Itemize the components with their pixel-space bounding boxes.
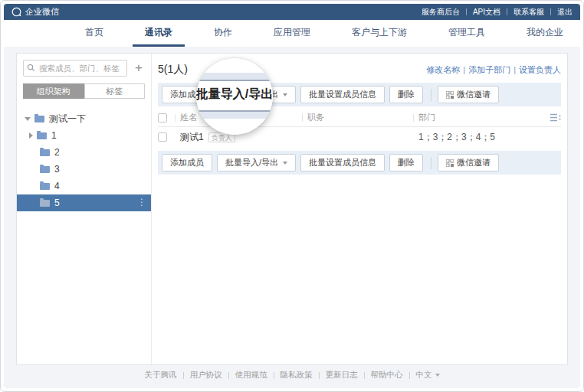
delete-button[interactable]: 删除 [389, 86, 423, 103]
footer: 关于腾讯 用户协议 使用规范 隐私政策 更新日志 帮助中心 中文 [4, 370, 580, 381]
caret-down-icon [435, 374, 440, 377]
folder-icon [37, 132, 47, 139]
main-nav: 首页 通讯录 协作 应用管理 客户与上下游 管理工具 我的企业 [4, 20, 580, 47]
divider [319, 372, 320, 379]
add-department-button[interactable]: + [133, 62, 145, 74]
org-tree: 测试一下 1 2 3 [17, 110, 151, 211]
select-all-checkbox[interactable] [158, 113, 167, 122]
link-contact-support[interactable]: 联系客服 [513, 7, 544, 18]
tree-label: 1 [51, 130, 57, 141]
tree-label: 3 [54, 164, 60, 175]
search-box [23, 60, 127, 77]
divider [409, 372, 410, 379]
set-owner-link[interactable]: 设置负责人 [519, 64, 561, 76]
footer-usage-rules[interactable]: 使用规范 [235, 370, 267, 381]
magnified-button-top-edge [196, 73, 273, 81]
footer-help-center[interactable]: 帮助中心 [371, 370, 403, 381]
footer-about-tencent[interactable]: 关于腾讯 [145, 370, 177, 381]
divider [228, 372, 229, 379]
tree-item-2[interactable]: 2 [17, 144, 151, 161]
qr-code-icon [446, 159, 454, 167]
tab-org-structure[interactable]: 组织架构 [23, 83, 84, 99]
divider [550, 8, 551, 15]
tree-item-root[interactable]: 测试一下 [17, 110, 151, 127]
search-input[interactable] [23, 60, 127, 77]
folder-icon [40, 183, 50, 190]
sidebar: + 组织架构 标签 测试一下 1 [17, 54, 152, 364]
tree-item-1[interactable]: 1 [17, 127, 151, 144]
member-name[interactable]: 测试1 [180, 131, 204, 144]
caret-down-icon [283, 93, 287, 96]
tree-label: 5 [54, 198, 60, 208]
nav-collaboration[interactable]: 协作 [202, 20, 244, 47]
nav-admin-tools[interactable]: 管理工具 [436, 20, 497, 47]
divider [466, 8, 467, 15]
nav-contacts[interactable]: 通讯录 [133, 20, 185, 47]
contacts-card: + 组织架构 标签 测试一下 1 [16, 53, 568, 365]
wework-logo-icon [11, 7, 21, 17]
footer-privacy-policy[interactable]: 隐私政策 [281, 370, 313, 381]
divider [274, 372, 274, 379]
more-icon[interactable]: ⋮ [137, 197, 146, 207]
topbar-links: 服务商后台 API文档 联系客服 退出 [422, 7, 573, 18]
nav-customers[interactable]: 客户与上下游 [340, 20, 419, 47]
topbar: 企业微信 服务商后台 API文档 联系客服 退出 [4, 4, 580, 20]
delete-button[interactable]: 删除 [389, 154, 423, 172]
divider [431, 89, 431, 101]
qr-code-icon [446, 91, 454, 99]
footer-changelog[interactable]: 更新日志 [326, 370, 358, 381]
nav-app-management[interactable]: 应用管理 [261, 20, 323, 47]
column-settings-icon[interactable] [550, 113, 561, 122]
tree-label: 4 [54, 181, 60, 191]
add-member-button[interactable]: 添加成员 [162, 154, 212, 172]
tree-item-5[interactable]: 5 ⋮ [17, 194, 151, 211]
caret-down-icon [283, 162, 287, 165]
folder-icon [34, 116, 44, 122]
divider [431, 157, 431, 169]
col-department: 部门 [418, 112, 435, 123]
add-subdepartment-link[interactable]: 添加子部门 [468, 64, 519, 76]
divider [183, 372, 184, 379]
tab-labels[interactable]: 标签 [84, 83, 146, 99]
magnified-button-bottom-edge [196, 110, 273, 119]
tree-item-4[interactable]: 4 [17, 178, 151, 194]
magnified-button-label: 批量导入/导出 [196, 87, 273, 103]
footer-user-agreement[interactable]: 用户协议 [190, 370, 222, 381]
caret-right-icon[interactable] [29, 132, 33, 139]
folder-icon [40, 166, 50, 173]
department-title: 5(1人) [158, 63, 188, 77]
col-title: 职务 [307, 112, 324, 123]
brand: 企业微信 [11, 6, 59, 18]
wechat-invite-button[interactable]: 微信邀请 [438, 154, 499, 172]
brand-label: 企业微信 [25, 6, 59, 18]
tree-label: 测试一下 [49, 113, 86, 126]
search-icon [27, 64, 35, 72]
link-provider-console[interactable]: 服务商后台 [422, 7, 460, 18]
divider [364, 372, 365, 379]
link-api-docs[interactable]: API文档 [473, 7, 500, 18]
batch-set-info-button[interactable]: 批量设置成员信息 [300, 86, 385, 103]
nav-my-company[interactable]: 我的企业 [514, 20, 576, 47]
col-name: 姓名 [180, 112, 197, 123]
page-body: + 组织架构 标签 测试一下 1 [4, 47, 580, 388]
caret-down-icon[interactable] [25, 117, 31, 121]
magnifier-callout: 批量导入/导出 [196, 58, 273, 135]
wechat-invite-button[interactable]: 微信邀请 [438, 86, 499, 103]
tree-item-3[interactable]: 3 [17, 161, 151, 178]
rename-link[interactable]: 修改名称 [426, 64, 468, 76]
member-department: 1；3；2；3；4；5 [418, 131, 495, 144]
nav-home[interactable]: 首页 [73, 20, 116, 47]
sidebar-tabs: 组织架构 标签 [23, 83, 145, 99]
department-actions: 修改名称 添加子部门 设置负责人 [426, 64, 561, 76]
folder-icon [40, 200, 50, 207]
link-logout[interactable]: 退出 [557, 7, 573, 18]
folder-icon [40, 149, 50, 156]
import-export-button[interactable]: 批量导入/导出 [217, 154, 296, 172]
row-checkbox[interactable] [158, 132, 167, 142]
batch-set-info-button[interactable]: 批量设置成员信息 [300, 154, 385, 172]
language-selector[interactable]: 中文 [416, 370, 432, 381]
toolbar-bottom: 添加成员 批量导入/导出 批量设置成员信息 删除 [158, 151, 561, 175]
wework-admin-window: 企业微信 服务商后台 API文档 联系客服 退出 首页 通讯录 协作 应用管理 … [0, 0, 584, 392]
tree-label: 2 [54, 147, 60, 158]
divider [507, 8, 507, 15]
